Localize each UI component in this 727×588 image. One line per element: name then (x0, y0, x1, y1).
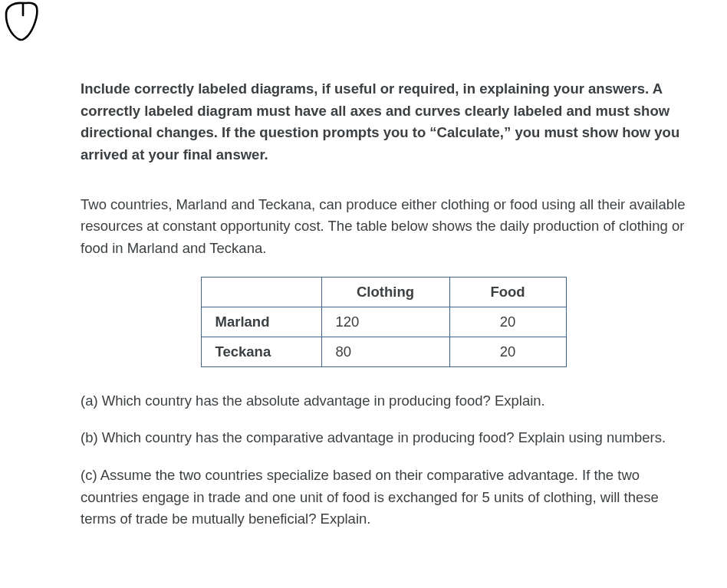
row-country: Teckana (201, 337, 321, 366)
row-clothing: 80 (321, 337, 449, 366)
row-country: Marland (201, 307, 321, 337)
page: Include correctly labeled diagrams, if u… (0, 0, 727, 588)
row-clothing: 120 (321, 307, 449, 337)
header-food: Food (449, 277, 566, 307)
row-food: 20 (449, 337, 566, 366)
question-content: Include correctly labeled diagrams, if u… (81, 78, 686, 546)
question-b: (b) Which country has the comparative ad… (81, 427, 686, 449)
production-table: Clothing Food Marland 120 20 Teckana 80 … (201, 277, 567, 367)
hand-drawn-annotation (3, 0, 41, 42)
row-food: 20 (449, 307, 566, 337)
question-c: (c) Assume the two countries specialize … (81, 465, 686, 531)
header-blank (201, 277, 321, 307)
table-row: Marland 120 20 (201, 307, 566, 337)
question-a: (a) Which country has the absolute advan… (81, 390, 686, 412)
instructions-text: Include correctly labeled diagrams, if u… (81, 78, 686, 166)
table-header-row: Clothing Food (201, 277, 566, 307)
production-table-wrap: Clothing Food Marland 120 20 Teckana 80 … (81, 277, 686, 367)
table-row: Teckana 80 20 (201, 337, 566, 366)
header-clothing: Clothing (321, 277, 449, 307)
intro-text: Two countries, Marland and Teckana, can … (81, 194, 686, 260)
